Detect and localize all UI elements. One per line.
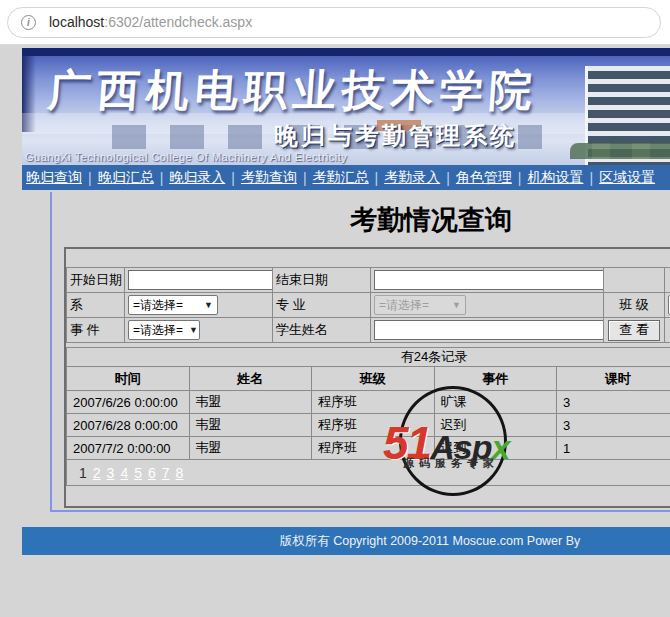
college-name-english: GuangXi Technological College Of Machine… [25, 151, 347, 163]
cell-time: 2007/6/28 0:00:00 [67, 414, 190, 437]
page-link[interactable]: 7 [162, 465, 170, 481]
nav-attend-query[interactable]: 考勤查询 [241, 169, 297, 187]
dept-select-value: =请选择= [133, 297, 183, 314]
nav-late-query[interactable]: 晚归查询 [26, 169, 82, 187]
nav-separator: | [446, 170, 450, 186]
cell-hours: 1 [557, 437, 670, 460]
cell-name: 韦盟 [189, 437, 312, 460]
page-link[interactable]: 2 [93, 465, 101, 481]
query-panel: 开始日期 结束日期 系 =请选择=▼ 专 业 =请选择=▼ 班 级 =请选择=▼ [64, 247, 670, 508]
page-current: 1 [79, 465, 87, 481]
main-nav: 晚归查询| 晚归汇总| 晚归录入| 考勤查询| 考勤汇总| 考勤录入| 角色管理… [22, 165, 670, 190]
table-row: 2007/7/2 0:00:00 韦盟 程序班 迟到 1 第1 [67, 437, 670, 460]
page-link[interactable]: 4 [120, 465, 128, 481]
nav-role-manage[interactable]: 角色管理 [456, 169, 512, 187]
start-date-label: 开始日期 [67, 268, 125, 293]
site-info-icon[interactable]: i [21, 15, 36, 30]
campus-trees [570, 143, 670, 159]
nav-attend-entry[interactable]: 考勤录入 [384, 169, 440, 187]
event-select-value: =请选择= [133, 322, 183, 339]
nav-separator: | [518, 170, 522, 186]
dept-label: 系 [67, 293, 125, 318]
col-time: 时间 [67, 367, 190, 391]
table-row: 2007/6/26 0:00:00 韦盟 程序班 旷课 3 [67, 391, 670, 414]
watermark-tagline: 源码服务专家 [403, 456, 499, 471]
page-link[interactable]: 3 [107, 465, 115, 481]
page-viewport: 广西机电职业技术学院 晚归与考勤管理系统 GuangXi Technologic… [0, 45, 670, 617]
url-path: :6302/attendcheck.aspx [104, 14, 252, 30]
cell-hours: 3 [557, 391, 670, 414]
system-name: 晚归与考勤管理系统 [274, 120, 517, 152]
page-link[interactable]: 6 [148, 465, 156, 481]
end-date-input[interactable] [374, 270, 604, 290]
pagination: 12345678 [67, 460, 670, 486]
page-link[interactable]: 8 [176, 465, 184, 481]
nav-separator: | [589, 170, 593, 186]
student-name-label: 学生姓名 [273, 318, 371, 343]
cell-time: 2007/7/2 0:00:00 [67, 437, 190, 460]
site-banner: 广西机电职业技术学院 晚归与考勤管理系统 GuangXi Technologic… [22, 48, 670, 165]
content-container: 考勤情况查询 开始日期 结束日期 系 =请选择=▼ 专 [50, 192, 670, 512]
major-select-value: =请选择= [379, 297, 429, 314]
url-host: localhost [49, 14, 104, 30]
address-bar[interactable]: i localhost:6302/attendcheck.aspx [7, 7, 661, 38]
student-name-input[interactable] [374, 320, 604, 340]
nav-separator: | [231, 170, 235, 186]
page-link[interactable]: 5 [134, 465, 142, 481]
cell-hours: 3 [557, 414, 670, 437]
chevron-down-icon: ▼ [452, 300, 461, 310]
event-select[interactable]: =请选择=▼ [128, 320, 200, 340]
table-header-row: 时间 姓名 班级 事件 课时 [67, 367, 670, 391]
major-select-disabled: =请选择=▼ [374, 295, 466, 315]
col-name: 姓名 [189, 367, 312, 391]
event-label: 事 件 [67, 318, 125, 343]
cell-name: 韦盟 [189, 414, 312, 437]
col-class: 班级 [312, 367, 435, 391]
footer-copyright: 版权所有 Copyright 2009-2011 Moscue.com Powe… [22, 527, 670, 555]
cell-name: 韦盟 [189, 391, 312, 414]
nav-separator: | [88, 170, 92, 186]
nav-area-settings[interactable]: 区域设置 [599, 169, 655, 187]
nav-org-settings[interactable]: 机构设置 [527, 169, 583, 187]
page-title: 考勤情况查询 [52, 192, 670, 247]
nav-attend-summary[interactable]: 考勤汇总 [313, 169, 369, 187]
col-hours: 课时 [557, 367, 670, 391]
empty-cell [665, 318, 670, 343]
results-table: 有24条记录 时间 姓名 班级 事件 课时 2007/6/26 0:00:00 … [66, 347, 670, 486]
cell-time: 2007/6/26 0:00:00 [67, 391, 190, 414]
url-text: localhost:6302/attendcheck.aspx [49, 14, 252, 30]
record-count: 有24条记录 [67, 348, 670, 367]
browser-chrome: i localhost:6302/attendcheck.aspx [0, 0, 670, 45]
nav-late-summary[interactable]: 晚归汇总 [98, 169, 154, 187]
dept-select[interactable]: =请选择=▼ [128, 295, 218, 315]
table-row: 2007/6/28 0:00:00 韦盟 程序班 迟到 3 [67, 414, 670, 437]
start-date-input[interactable] [128, 270, 273, 290]
nav-separator: | [303, 170, 307, 186]
college-name: 广西机电职业技术学院 [46, 62, 540, 120]
empty-cell [604, 268, 665, 293]
nav-separator: | [160, 170, 164, 186]
end-date-label: 结束日期 [273, 268, 371, 293]
nav-late-entry[interactable]: 晚归录入 [169, 169, 225, 187]
class-label: 班 级 [604, 293, 665, 318]
empty-cell [665, 268, 670, 293]
chevron-down-icon: ▼ [189, 325, 198, 335]
query-form: 开始日期 结束日期 系 =请选择=▼ 专 业 =请选择=▼ 班 级 =请选择=▼ [66, 267, 670, 343]
view-button[interactable]: 查 看 [608, 320, 660, 341]
major-label: 专 业 [273, 293, 371, 318]
nav-separator: | [375, 170, 379, 186]
chevron-down-icon: ▼ [204, 300, 213, 310]
